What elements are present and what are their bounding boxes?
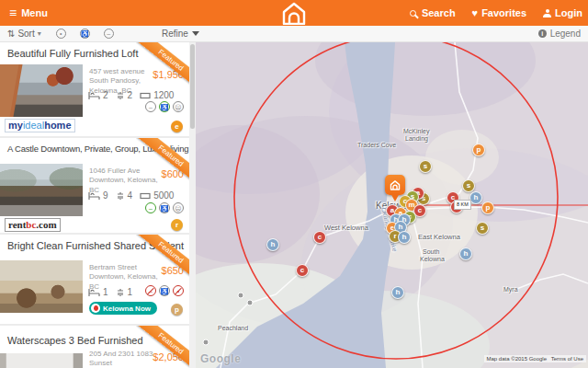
source-badge[interactable]: p bbox=[171, 304, 183, 316]
listing-title[interactable]: Beautiful Fully Furnished Loft bbox=[7, 48, 165, 59]
source-badge[interactable]: r bbox=[171, 219, 183, 231]
menu-button[interactable]: ≡ Menu bbox=[0, 6, 57, 19]
scrollbar-thumb[interactable] bbox=[190, 44, 195, 129]
listing-specs: 1 1 bbox=[88, 287, 132, 297]
accessibility-filter-icon[interactable]: ♿ bbox=[80, 29, 90, 39]
house-logo-icon bbox=[278, 1, 310, 25]
smoke-free-icon: – bbox=[145, 101, 156, 112]
listing-price: $1,950 bbox=[153, 69, 184, 80]
brand-logo[interactable] bbox=[278, 1, 310, 29]
map-marker-h[interactable]: h bbox=[398, 231, 411, 244]
map-marker-h[interactable]: h bbox=[266, 238, 279, 251]
sort-arrows-icon: ⇅ bbox=[7, 29, 15, 39]
bath-icon bbox=[116, 191, 125, 201]
legend-button[interactable]: i Legend bbox=[538, 29, 581, 39]
area-icon bbox=[140, 192, 151, 200]
smoke-free-icon: – bbox=[145, 202, 156, 213]
roommates-icon: ☹ bbox=[173, 101, 184, 112]
radius-distance-label: 8 KM bbox=[454, 200, 471, 210]
menu-label: Menu bbox=[21, 7, 48, 18]
bed-icon bbox=[88, 288, 100, 296]
app-header: ≡ Menu Search ♥ Favorites Login bbox=[0, 0, 588, 26]
listing-title[interactable]: A Castle Downtown, Private, Group, Luxur… bbox=[7, 144, 165, 154]
source-logo-mydealhome[interactable]: myidealhome bbox=[5, 119, 75, 132]
house-pin-icon bbox=[389, 179, 401, 190]
search-icon bbox=[410, 10, 416, 17]
hamburger-icon: ≡ bbox=[9, 6, 17, 19]
listing-card-4[interactable]: Waterscapes 3 Bed Furnished 205 And 2301… bbox=[0, 324, 189, 368]
listing-title[interactable]: Waterscapes 3 Bed Furnished bbox=[7, 335, 165, 346]
listing-title[interactable]: Bright Clean Furnished Shared Student bbox=[7, 240, 165, 251]
source-badge[interactable]: e bbox=[171, 121, 183, 132]
no-smoking-icon: – bbox=[145, 285, 156, 296]
area-icon bbox=[140, 92, 151, 99]
favorites-button[interactable]: ♥ Favorites bbox=[472, 7, 526, 18]
info-icon: i bbox=[538, 29, 547, 38]
map-marker-s[interactable]: s bbox=[462, 179, 475, 192]
login-button[interactable]: Login bbox=[543, 7, 582, 18]
chevron-down-icon: ▾ bbox=[38, 29, 41, 38]
pets-filter-icon[interactable]: – bbox=[104, 29, 114, 39]
user-icon bbox=[543, 9, 551, 17]
listing-photo[interactable] bbox=[0, 260, 83, 313]
listings-panel: Beautiful Fully Furnished Loft 457 west … bbox=[0, 42, 189, 368]
listing-specs: 9 4 5000 bbox=[88, 190, 174, 201]
sort-dropdown[interactable]: ⇅ Sort ▾ bbox=[0, 29, 49, 39]
map-canvas[interactable]: McKinleyLandingTraders CoveKelownaWest K… bbox=[196, 42, 588, 368]
map-marker-c[interactable]: c bbox=[313, 231, 326, 244]
search-center-pin[interactable] bbox=[385, 175, 405, 195]
listing-specs: 2 2 1200 bbox=[88, 90, 174, 100]
heart-icon: ♥ bbox=[472, 8, 479, 18]
listing-photo[interactable] bbox=[0, 353, 83, 368]
map-marker-s[interactable]: s bbox=[419, 160, 432, 173]
source-logo-kelownanow[interactable]: Kelowna Now bbox=[89, 302, 157, 315]
listing-photo[interactable] bbox=[0, 164, 83, 216]
map-marker-p[interactable]: p bbox=[472, 144, 485, 156]
listing-photo[interactable] bbox=[0, 64, 83, 117]
map-marker-c[interactable]: c bbox=[296, 264, 309, 277]
map-marker-s[interactable]: s bbox=[476, 222, 489, 235]
flame-icon bbox=[91, 304, 100, 313]
roommates-icon: ☹ bbox=[173, 202, 184, 213]
bath-icon bbox=[116, 288, 125, 297]
wheelchair-accessible-icon: ♿ bbox=[159, 101, 170, 112]
search-button[interactable]: Search bbox=[410, 7, 456, 18]
wheelchair-accessible-icon: ♿ bbox=[159, 285, 170, 296]
sidebar-scrollbar[interactable] bbox=[189, 42, 196, 368]
listing-card-2[interactable]: A Castle Downtown, Private, Group, Luxur… bbox=[0, 136, 189, 233]
listing-card-3[interactable]: Bright Clean Furnished Shared Student Be… bbox=[0, 233, 189, 324]
listing-price: $2,050 bbox=[153, 351, 184, 362]
listing-price: $650 bbox=[162, 265, 184, 276]
bed-icon bbox=[88, 91, 100, 99]
map-marker-h[interactable]: h bbox=[469, 191, 482, 204]
terms-of-use-link[interactable]: Terms of Use bbox=[548, 355, 586, 362]
bath-icon bbox=[116, 91, 125, 100]
funnel-icon bbox=[192, 31, 199, 36]
amenity-icons: –♿• bbox=[145, 285, 184, 296]
wheelchair-accessible-icon: ♿ bbox=[159, 202, 170, 213]
amenity-icons: –♿☹ bbox=[145, 202, 184, 213]
map-attribution: Map data ©2015 Google bbox=[484, 355, 549, 362]
refine-button[interactable]: Refine bbox=[162, 29, 199, 39]
no-pets-icon: • bbox=[173, 285, 184, 296]
smoking-filter-icon[interactable]: • bbox=[56, 29, 66, 39]
listing-price: $600 bbox=[162, 168, 184, 179]
bed-icon bbox=[88, 191, 100, 200]
map-marker-h[interactable]: h bbox=[391, 286, 404, 299]
map-marker-p[interactable]: p bbox=[481, 201, 494, 214]
map-marker-h[interactable]: h bbox=[459, 247, 472, 260]
google-logo[interactable]: Google bbox=[200, 352, 241, 365]
amenity-icons: –♿☹ bbox=[145, 101, 184, 112]
source-logo-rentbc[interactable]: rentbc.com bbox=[5, 218, 61, 232]
listing-card-1[interactable]: Beautiful Fully Furnished Loft 457 west … bbox=[0, 42, 189, 136]
